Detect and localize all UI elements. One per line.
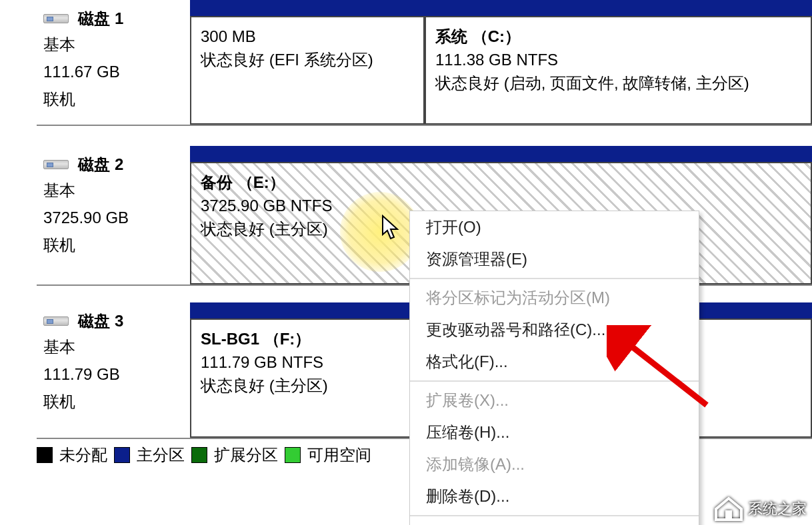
watermark: 系统之家 <box>708 493 812 525</box>
legend-swatch-primary <box>114 447 130 463</box>
partition-c[interactable]: 系统 （C:） 111.38 GB NTFS 状态良好 (启动, 页面文件, 故… <box>425 16 812 125</box>
partition-header-band <box>190 146 812 162</box>
menu-mark-active: 将分区标记为活动分区(M) <box>410 282 699 314</box>
context-menu: 打开(O) 资源管理器(E) 将分区标记为活动分区(M) 更改驱动器号和路径(C… <box>409 211 699 525</box>
disk-header-3[interactable]: 磁盘 3 基本 111.79 GB 联机 <box>37 302 190 438</box>
menu-shrink-volume[interactable]: 压缩卷(H)... <box>410 416 699 448</box>
disk-size: 111.79 GB <box>43 363 187 386</box>
watermark-house-icon <box>713 496 744 522</box>
menu-properties[interactable]: 属性(P) <box>410 519 699 525</box>
disk-header-1[interactable]: 磁盘 1 基本 111.67 GB 联机 <box>37 0 190 125</box>
partition-header-band <box>190 0 812 16</box>
partition-title: 系统 （C:） <box>435 25 801 49</box>
watermark-text: 系统之家 <box>748 499 807 519</box>
legend-swatch-free <box>285 447 301 463</box>
menu-explorer[interactable]: 资源管理器(E) <box>410 243 699 275</box>
partition-efi[interactable]: 300 MB 状态良好 (EFI 系统分区) <box>190 16 425 125</box>
legend-label-free: 可用空间 <box>307 444 371 466</box>
disk-icon <box>43 316 69 326</box>
disk-status: 联机 <box>43 88 187 111</box>
menu-separator <box>410 380 699 382</box>
legend-label-unallocated: 未分配 <box>59 444 107 466</box>
legend-swatch-unallocated <box>37 447 53 463</box>
menu-delete-volume[interactable]: 删除卷(D)... <box>410 480 699 512</box>
disk-size: 3725.90 GB <box>43 207 187 230</box>
partition-size: 300 MB <box>201 25 414 49</box>
menu-add-mirror: 添加镜像(A)... <box>410 448 699 480</box>
disk-name: 磁盘 1 <box>78 8 123 29</box>
disk-type: 基本 <box>43 179 187 203</box>
disk-type: 基本 <box>43 33 187 57</box>
disk-name: 磁盘 3 <box>78 310 123 332</box>
legend-label-primary: 主分区 <box>137 444 185 466</box>
menu-change-drive-letter[interactable]: 更改驱动器号和路径(C)... <box>410 314 699 346</box>
menu-separator <box>410 278 699 279</box>
partition-state: 状态良好 (启动, 页面文件, 故障转储, 主分区) <box>435 72 801 95</box>
disk-icon <box>43 160 69 169</box>
disk-icon <box>43 14 69 23</box>
disk-row-1: 磁盘 1 基本 111.67 GB 联机 300 MB 状态良好 (EFI 系统… <box>37 0 812 126</box>
legend-swatch-extended <box>191 447 207 463</box>
partition-size: 111.38 GB NTFS <box>435 49 801 72</box>
partition-title: 备份 （E:） <box>201 171 801 195</box>
disk-header-2[interactable]: 磁盘 2 基本 3725.90 GB 联机 <box>37 146 190 284</box>
disk-1-partitions: 300 MB 状态良好 (EFI 系统分区) 系统 （C:） 111.38 GB… <box>190 0 812 125</box>
svg-rect-1 <box>725 510 732 520</box>
disk-name: 磁盘 2 <box>78 154 123 175</box>
partition-state: 状态良好 (EFI 系统分区) <box>201 49 414 72</box>
menu-format[interactable]: 格式化(F)... <box>410 346 699 378</box>
disk-size: 111.67 GB <box>43 61 187 84</box>
menu-separator <box>410 515 699 516</box>
legend-label-extended: 扩展分区 <box>214 444 278 466</box>
menu-extend-volume: 扩展卷(X)... <box>410 384 699 416</box>
disk-type: 基本 <box>43 336 187 359</box>
disk-status: 联机 <box>43 390 187 414</box>
menu-open[interactable]: 打开(O) <box>410 211 699 243</box>
disk-status: 联机 <box>43 234 187 257</box>
